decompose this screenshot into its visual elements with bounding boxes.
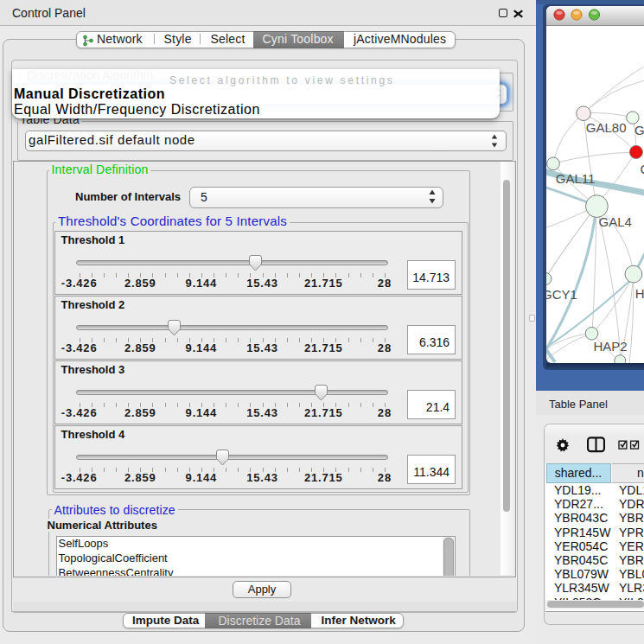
svg-text:H: H [634, 286, 644, 301]
svg-text:GAL80: GAL80 [585, 120, 626, 135]
svg-text:GCY1: GCY1 [546, 287, 577, 302]
svg-text:GAL4: GAL4 [598, 214, 631, 229]
svg-text:HAP2: HAP2 [593, 339, 627, 354]
svg-text:GAL11: GAL11 [555, 171, 595, 186]
svg-text:C: C [640, 161, 644, 175]
svg-text:GA: GA [634, 122, 644, 137]
